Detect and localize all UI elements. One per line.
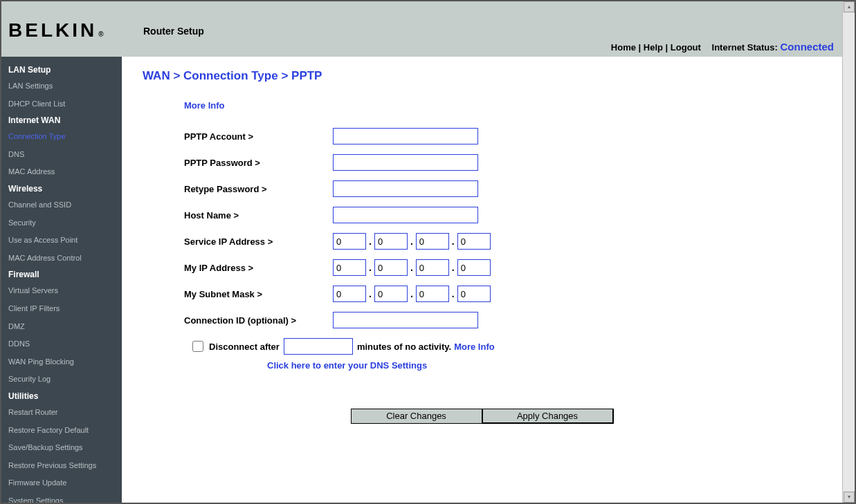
help-link[interactable]: Help — [644, 42, 663, 53]
my-ip-2[interactable] — [374, 259, 408, 276]
my-ip-4[interactable] — [457, 259, 491, 276]
label-service-ip: Service IP Address > — [184, 236, 333, 247]
sidebar-head-utilities: Utilities — [1, 389, 122, 404]
label-my-ip: My IP Address > — [184, 263, 333, 273]
label-retype-password: Retype Password > — [184, 184, 333, 194]
ip-dot: . — [452, 288, 455, 299]
retype-password-input[interactable] — [333, 180, 478, 197]
ip-dot: . — [410, 236, 413, 247]
dns-settings-link[interactable]: Click here to enter your DNS Settings — [267, 360, 821, 371]
label-pptp-password: PPTP Password > — [184, 158, 333, 168]
scrollbar[interactable]: ▴ ▾ — [842, 1, 855, 503]
my-ip-1[interactable] — [333, 259, 366, 276]
button-row: Clear ChangesApply Changes — [143, 409, 821, 424]
service-ip-2[interactable] — [374, 233, 408, 250]
scroll-down-icon[interactable]: ▾ — [844, 492, 855, 503]
my-ip-group: . . . — [333, 259, 491, 276]
sidebar-item-dmz[interactable]: DMZ — [1, 318, 122, 336]
service-ip-4[interactable] — [457, 233, 491, 250]
sidebar-item-ping-blocking[interactable]: WAN Ping Blocking — [1, 353, 122, 371]
sidebar-item-connection-type[interactable]: Connection Type — [1, 128, 122, 146]
disconnect-minutes-input[interactable] — [284, 338, 353, 355]
subnet-1[interactable] — [333, 286, 366, 302]
sidebar-item-restore-previous[interactable]: Restore Previous Settings — [1, 457, 122, 475]
sidebar-item-system-settings[interactable]: System Settings — [1, 492, 122, 504]
label-host-name: Host Name > — [184, 210, 333, 221]
internet-status-value: Connected — [780, 41, 834, 53]
ip-dot: . — [369, 288, 372, 299]
connection-id-input[interactable] — [333, 312, 478, 328]
sidebar-item-dns[interactable]: DNS — [1, 146, 122, 164]
sidebar-item-security[interactable]: Security — [1, 214, 122, 232]
header-title: Router Setup — [143, 26, 204, 37]
sidebar: LAN Setup LAN Settings DHCP Client List … — [1, 57, 122, 503]
subnet-group: . . . — [333, 286, 491, 302]
header-links: Home | Help | Logout Internet Status: Co… — [611, 41, 834, 53]
ip-dot: . — [452, 236, 455, 247]
apply-changes-button[interactable]: Apply Changes — [482, 409, 614, 424]
disconnect-row: Disconnect after minutes of no activity.… — [192, 338, 821, 355]
registered-mark: ® — [98, 30, 103, 38]
my-ip-3[interactable] — [416, 259, 449, 276]
subnet-3[interactable] — [416, 286, 449, 302]
clear-changes-button[interactable]: Clear Changes — [351, 409, 482, 424]
sidebar-item-restart[interactable]: Restart Router — [1, 404, 122, 422]
sidebar-item-dhcp-list[interactable]: DHCP Client List — [1, 95, 122, 113]
ip-dot: . — [410, 288, 413, 299]
brand-logo: BELKIN® — [8, 19, 104, 41]
disconnect-more-info-link[interactable]: More Info — [454, 342, 495, 352]
sidebar-item-channel-ssid[interactable]: Channel and SSID — [1, 196, 122, 214]
service-ip-3[interactable] — [416, 233, 449, 250]
ip-dot: . — [369, 236, 372, 247]
subnet-4[interactable] — [457, 286, 491, 302]
scroll-up-icon[interactable]: ▴ — [844, 1, 855, 12]
service-ip-1[interactable] — [333, 233, 366, 250]
home-link[interactable]: Home — [611, 42, 636, 53]
label-pptp-account: PPTP Account > — [184, 131, 333, 142]
pptp-account-input[interactable] — [333, 128, 478, 144]
ip-dot: . — [410, 262, 413, 273]
sidebar-head-firewall: Firewall — [1, 267, 122, 282]
label-subnet-mask: My Subnet Mask > — [184, 289, 333, 299]
subnet-2[interactable] — [374, 286, 408, 302]
breadcrumb: WAN > Connection Type > PPTP — [143, 69, 821, 83]
internet-status-label: Internet Status: — [712, 42, 778, 53]
disconnect-checkbox[interactable] — [192, 341, 203, 352]
header: BELKIN® Router Setup Home | Help | Logou… — [1, 1, 842, 57]
sidebar-head-lan: LAN Setup — [1, 62, 122, 77]
host-name-input[interactable] — [333, 207, 478, 223]
label-connection-id: Connection ID (optional) > — [184, 315, 333, 326]
sidebar-item-factory-default[interactable]: Restore Factory Default — [1, 422, 122, 440]
sidebar-item-security-log[interactable]: Security Log — [1, 371, 122, 389]
sidebar-item-firmware[interactable]: Firmware Update — [1, 474, 122, 492]
logout-link[interactable]: Logout — [671, 42, 701, 53]
service-ip-group: . . . — [333, 233, 491, 250]
sidebar-item-lan-settings[interactable]: LAN Settings — [1, 77, 122, 95]
ip-dot: . — [369, 262, 372, 273]
sidebar-item-ip-filters[interactable]: Client IP Filters — [1, 300, 122, 318]
sidebar-head-wan: Internet WAN — [1, 113, 122, 128]
main-content: WAN > Connection Type > PPTP More Info P… — [122, 57, 842, 503]
sidebar-item-ddns[interactable]: DDNS — [1, 335, 122, 353]
sidebar-head-wireless: Wireless — [1, 181, 122, 196]
disconnect-prefix: Disconnect after — [209, 342, 280, 352]
sidebar-item-access-point[interactable]: Use as Access Point — [1, 232, 122, 250]
sidebar-item-mac-address[interactable]: MAC Address — [1, 163, 122, 181]
pptp-password-input[interactable] — [333, 154, 478, 171]
ip-dot: . — [452, 262, 455, 273]
more-info-link[interactable]: More Info — [184, 100, 821, 111]
sidebar-item-mac-control[interactable]: MAC Address Control — [1, 250, 122, 268]
sidebar-item-virtual-servers[interactable]: Virtual Servers — [1, 282, 122, 300]
sidebar-item-save-backup[interactable]: Save/Backup Settings — [1, 439, 122, 457]
brand-text: BELKIN — [8, 19, 97, 41]
disconnect-suffix: minutes of no activity. — [357, 342, 451, 352]
